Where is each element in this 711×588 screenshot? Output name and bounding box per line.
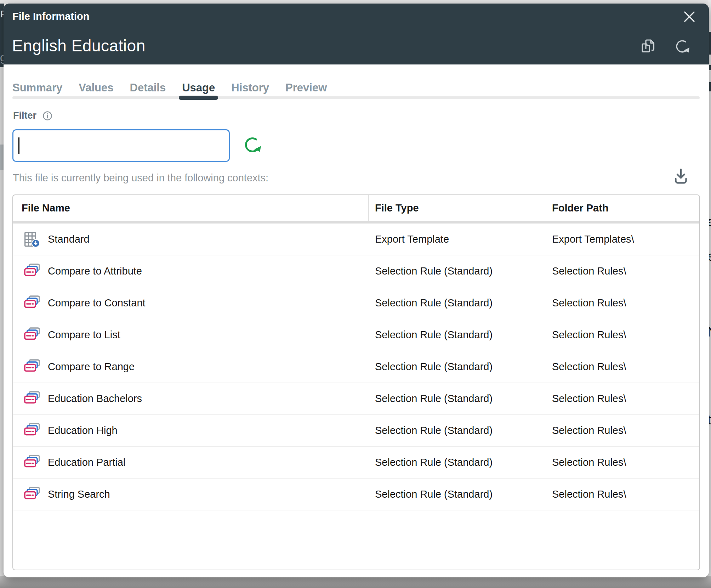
folder-path-cell: Selection Rules\ xyxy=(547,287,646,319)
file-type-cell: Selection Rule (Standard) xyxy=(369,255,547,287)
folder-path-cell: Selection Rules\ xyxy=(547,479,646,510)
dialog-header: File Information English Education xyxy=(4,4,709,64)
close-icon xyxy=(683,10,696,23)
file-icon-slot xyxy=(24,231,41,248)
actions-cell xyxy=(646,351,699,383)
tab-label: Usage xyxy=(182,81,215,94)
actions-cell xyxy=(646,287,699,319)
file-type-cell: Selection Rule (Standard) xyxy=(369,447,547,478)
copy-file-button[interactable] xyxy=(640,38,656,55)
file-type-cell: Selection Rule (Standard) xyxy=(369,351,547,383)
export-template-icon xyxy=(24,231,41,248)
selection-rule-icon xyxy=(24,295,41,310)
file-type-cell: Selection Rule (Standard) xyxy=(369,415,547,446)
usage-table: File Name File Type Folder Path Standard… xyxy=(12,194,700,570)
file-type-cell: Selection Rule (Standard) xyxy=(369,383,547,414)
reload-icon xyxy=(674,38,690,55)
filter-refresh-button[interactable] xyxy=(243,135,262,154)
background-sliver xyxy=(709,82,711,91)
table-body: Standard Export Template Export Template… xyxy=(13,224,699,510)
file-name-cell: Education High xyxy=(13,415,369,446)
tab-details[interactable]: Details xyxy=(130,81,166,94)
background-sliver xyxy=(709,32,711,55)
filter-row: Filter xyxy=(13,110,52,121)
file-name-text: Education Bachelors xyxy=(48,393,142,405)
file-name-text: String Search xyxy=(48,488,110,500)
actions-cell xyxy=(646,255,699,287)
column-header-actions xyxy=(646,195,699,221)
tab-usage[interactable]: Usage xyxy=(182,81,215,94)
selection-rule-icon xyxy=(24,327,41,342)
column-header-file-type: File Type xyxy=(369,195,547,221)
folder-path-cell: Selection Rules\ xyxy=(547,383,646,414)
refresh-icon xyxy=(243,135,262,154)
tab-summary[interactable]: Summary xyxy=(12,81,62,94)
folder-path-cell: Selection Rules\ xyxy=(547,415,646,446)
actions-cell xyxy=(646,447,699,478)
file-icon-slot xyxy=(24,454,41,471)
folder-path-cell: Selection Rules\ xyxy=(547,255,646,287)
column-header-file-name: File Name xyxy=(13,195,369,221)
file-name-cell: Education Bachelors xyxy=(13,383,369,414)
actions-cell xyxy=(646,224,699,255)
filter-info-button[interactable] xyxy=(42,111,52,121)
table-row: Compare to Constant Selection Rule (Stan… xyxy=(13,287,699,319)
file-name-text: Compare to List xyxy=(48,329,120,341)
actions-cell xyxy=(646,479,699,510)
file-name-text: Compare to Attribute xyxy=(48,265,142,277)
selection-rule-icon xyxy=(24,263,41,278)
reload-button[interactable] xyxy=(674,38,690,55)
folder-path-cell: Export Templates\ xyxy=(547,224,646,255)
text-cursor xyxy=(18,137,19,154)
file-icon-slot xyxy=(24,295,41,311)
file-name-text: Standard xyxy=(48,233,90,245)
tab-label: Summary xyxy=(12,81,62,94)
selection-rule-icon xyxy=(24,486,41,501)
actions-cell xyxy=(646,383,699,414)
selection-rule-icon xyxy=(24,454,41,469)
download-icon xyxy=(671,166,691,188)
file-name-text: Education Partial xyxy=(48,457,125,468)
file-icon-slot xyxy=(24,486,41,503)
table-row: Compare to Attribute Selection Rule (Sta… xyxy=(13,255,699,287)
file-name-cell: Standard xyxy=(13,224,369,255)
file-name-text: Compare to Constant xyxy=(48,297,146,309)
selection-rule-icon xyxy=(24,391,41,406)
filter-input[interactable] xyxy=(12,129,230,162)
copy-file-icon xyxy=(640,38,656,55)
usage-note: This file is currently being used in the… xyxy=(13,172,268,184)
file-name-cell: Compare to Range xyxy=(13,351,369,383)
file-name-cell: Compare to List xyxy=(13,319,369,351)
file-information-dialog: File Information English Education xyxy=(4,4,709,577)
actions-cell xyxy=(646,319,699,351)
file-icon-slot xyxy=(24,359,41,375)
close-button[interactable] xyxy=(683,10,696,23)
table-row: Education High Selection Rule (Standard)… xyxy=(13,415,699,447)
folder-path-cell: Selection Rules\ xyxy=(547,447,646,478)
table-row: Education Bachelors Selection Rule (Stan… xyxy=(13,383,699,415)
tab-preview[interactable]: Preview xyxy=(285,81,327,94)
file-name-cell: Education Partial xyxy=(13,447,369,478)
folder-path-cell: Selection Rules\ xyxy=(547,319,646,351)
tab-values[interactable]: Values xyxy=(79,81,113,94)
tab-history[interactable]: History xyxy=(231,81,269,94)
background-sliver xyxy=(709,65,711,70)
tab-label: Values xyxy=(79,81,113,94)
file-name-cell: Compare to Attribute xyxy=(13,255,369,287)
file-name-cell: Compare to Constant xyxy=(13,287,369,319)
export-list-button[interactable] xyxy=(671,166,691,188)
table-header-scrollbar[interactable] xyxy=(13,221,699,224)
tab-label: History xyxy=(231,81,269,94)
file-name-text: Education High xyxy=(48,425,118,436)
table-row: Education Partial Selection Rule (Standa… xyxy=(13,447,699,479)
file-title: English Education xyxy=(12,36,146,55)
table-row: Compare to List Selection Rule (Standard… xyxy=(13,319,699,351)
table-header-row: File Name File Type Folder Path xyxy=(13,195,699,221)
file-type-cell: Selection Rule (Standard) xyxy=(369,319,547,351)
file-icon-slot xyxy=(24,327,41,343)
file-type-cell: Selection Rule (Standard) xyxy=(369,287,547,319)
dialog-kicker: File Information xyxy=(12,11,90,22)
actions-cell xyxy=(646,415,699,446)
tab-label: Details xyxy=(130,81,166,94)
file-icon-slot xyxy=(24,263,41,279)
